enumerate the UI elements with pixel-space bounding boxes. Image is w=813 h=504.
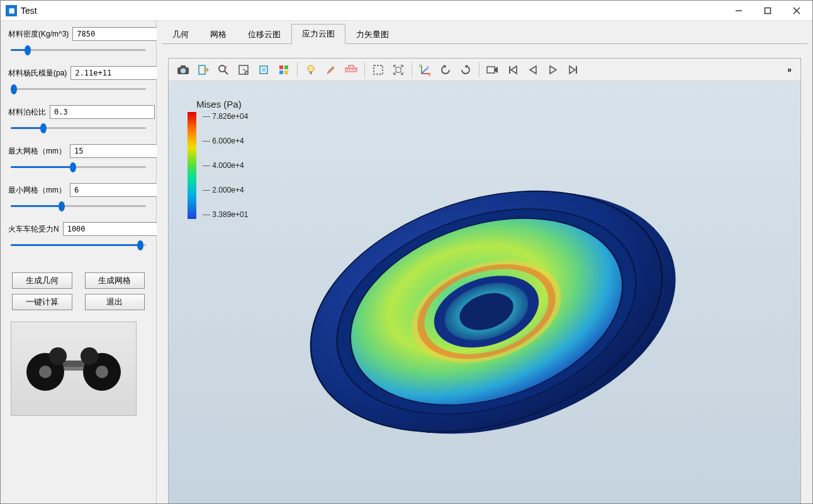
legend-tick: 3.389e+01 <box>203 210 248 219</box>
rotate-cw-icon[interactable] <box>456 61 475 79</box>
svg-text:x: x <box>429 72 431 76</box>
svg-rect-37 <box>396 67 401 72</box>
legend-tick: 4.000e+4 <box>203 161 248 170</box>
viewer-toolbar: + zxy » <box>169 59 800 81</box>
camera-icon[interactable] <box>174 61 193 79</box>
param-label: 材料杨氏模量(pa) <box>8 68 67 79</box>
viewer: + zxy » <box>168 58 801 503</box>
sidebar: 材料密度(Kg/m^3) 材料杨氏模量(pa) 材料泊松比 <box>1 21 157 503</box>
window-title: Test <box>21 6 37 16</box>
run-button[interactable]: 一键计算 <box>12 294 72 310</box>
maximize-button[interactable] <box>753 1 782 20</box>
marquee-icon[interactable] <box>369 61 388 79</box>
svg-point-9 <box>96 366 108 378</box>
tab-force-vector[interactable]: 力矢量图 <box>345 25 400 44</box>
param-label: 最小网格（mm） <box>8 185 66 196</box>
param-min-mesh: 最小网格（mm） <box>8 183 149 212</box>
svg-text:+: + <box>225 64 228 70</box>
gen-mesh-button[interactable]: 生成网格 <box>85 272 145 289</box>
fit-icon[interactable] <box>389 61 408 79</box>
svg-rect-25 <box>284 70 288 74</box>
minimize-button[interactable] <box>724 1 753 20</box>
svg-rect-13 <box>181 65 186 68</box>
first-frame-icon[interactable] <box>503 61 522 79</box>
svg-rect-44 <box>487 67 495 73</box>
axes-icon[interactable]: zxy <box>416 61 435 79</box>
svg-rect-36 <box>374 65 383 74</box>
legend-tick: 2.000e+4 <box>203 186 248 194</box>
svg-rect-21 <box>262 68 266 72</box>
svg-point-7 <box>39 366 52 378</box>
param-slider-wheel-force[interactable] <box>8 238 149 251</box>
svg-marker-46 <box>511 66 517 74</box>
next-frame-icon[interactable] <box>564 61 583 79</box>
param-label: 最大网格（mm） <box>8 146 66 157</box>
zoom-icon[interactable]: + <box>214 61 233 79</box>
svg-point-11 <box>81 347 98 365</box>
exit-button[interactable]: 退出 <box>85 294 145 310</box>
tab-displacement[interactable]: 位移云图 <box>237 25 291 44</box>
svg-line-17 <box>225 71 228 74</box>
play-icon[interactable] <box>544 61 563 79</box>
rotate-ccw-icon[interactable] <box>436 61 455 79</box>
prev-frame-icon[interactable] <box>524 61 542 79</box>
color-blocks-icon[interactable] <box>274 61 293 79</box>
legend-bar <box>188 112 196 219</box>
export-icon[interactable] <box>194 61 213 79</box>
param-youngs: 材料杨氏模量(pa) <box>8 66 149 95</box>
param-slider-youngs[interactable] <box>8 82 149 95</box>
legend-title: Mises (Pa) <box>196 99 248 109</box>
param-label: 材料密度(Kg/m^3) <box>8 29 69 40</box>
ruler-icon[interactable] <box>342 61 361 79</box>
svg-marker-47 <box>530 66 536 74</box>
tab-strip: 几何 网格 位移云图 应力云图 力矢量图 <box>157 21 812 43</box>
svg-text:y: y <box>427 65 429 70</box>
view-box-icon[interactable] <box>254 61 273 79</box>
titlebar: ▦ Test <box>1 1 812 21</box>
gen-geometry-button[interactable]: 生成几何 <box>12 272 72 289</box>
svg-text:z: z <box>419 64 422 67</box>
param-density: 材料密度(Kg/m^3) <box>8 27 149 56</box>
param-label: 火车车轮受力N <box>8 224 59 235</box>
param-max-mesh: 最大网格（mm） <box>8 144 149 173</box>
select-box-icon[interactable] <box>234 61 253 79</box>
viewport-canvas[interactable]: Mises (Pa) 7.826e+04 6.000e+4 4.000e+4 2… <box>169 81 800 503</box>
param-input-wheel-force[interactable] <box>63 222 168 236</box>
record-icon[interactable] <box>483 61 502 79</box>
svg-rect-27 <box>310 72 312 74</box>
param-slider-density[interactable] <box>8 43 149 56</box>
svg-point-14 <box>181 68 186 73</box>
tab-stress[interactable]: 应力云图 <box>291 24 345 44</box>
param-input-poisson[interactable] <box>50 105 155 119</box>
brush-icon[interactable] <box>322 61 340 79</box>
param-slider-poisson[interactable] <box>8 121 149 134</box>
toolbar-overflow[interactable]: » <box>783 65 795 74</box>
svg-marker-48 <box>550 66 556 74</box>
close-button[interactable] <box>782 1 811 20</box>
tab-mesh[interactable]: 网格 <box>199 25 237 44</box>
app-icon: ▦ <box>6 5 17 16</box>
svg-point-10 <box>49 347 67 365</box>
svg-point-26 <box>308 65 314 72</box>
bogie-thumbnail <box>11 322 137 416</box>
param-poisson: 材料泊松比 <box>8 105 149 134</box>
param-label: 材料泊松比 <box>8 107 46 118</box>
svg-rect-23 <box>284 65 288 69</box>
svg-line-40 <box>422 69 427 74</box>
tab-geometry[interactable]: 几何 <box>162 25 199 44</box>
param-slider-min-mesh[interactable] <box>8 199 149 212</box>
svg-rect-22 <box>279 65 283 69</box>
bulb-icon[interactable] <box>301 61 320 79</box>
legend-tick: 6.000e+4 <box>203 137 248 145</box>
param-wheel-force: 火车车轮受力N <box>8 222 149 251</box>
svg-marker-49 <box>569 66 575 74</box>
legend-ticks: 7.826e+04 6.000e+4 4.000e+4 2.000e+4 3.3… <box>203 112 248 219</box>
svg-rect-1 <box>765 8 771 13</box>
param-slider-max-mesh[interactable] <box>8 160 149 173</box>
color-legend: Mises (Pa) 7.826e+04 6.000e+4 4.000e+4 2… <box>188 99 248 219</box>
legend-tick: 7.826e+04 <box>203 112 248 121</box>
svg-rect-24 <box>279 70 283 74</box>
